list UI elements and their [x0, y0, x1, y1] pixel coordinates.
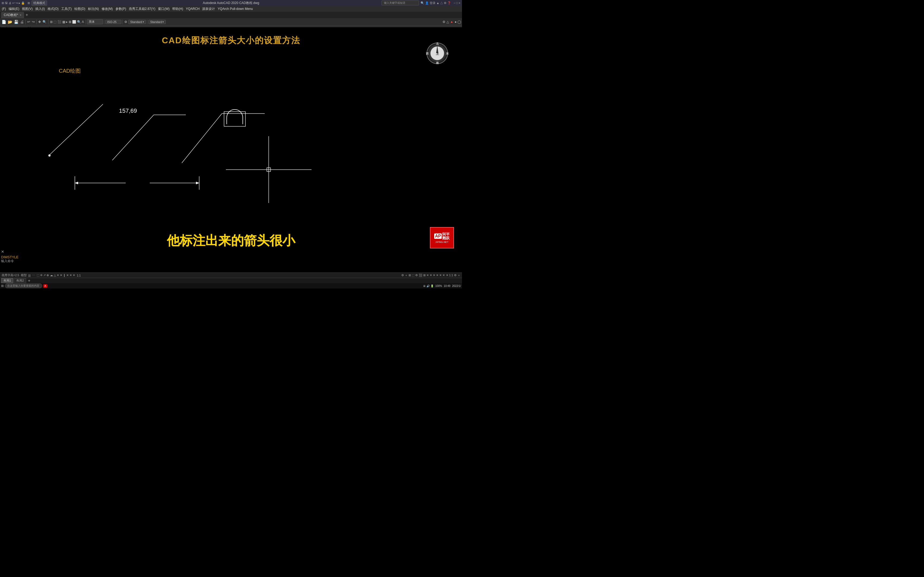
menu-item-modify[interactable]: 修改(M) — [100, 6, 114, 12]
menu-item-yqarch-pulldown[interactable]: YQArch Pull-down Menu — [216, 6, 254, 11]
menu-item-tools[interactable]: 工具(T) — [60, 6, 73, 12]
font-dropdown[interactable]: 黑体 — [87, 19, 103, 24]
svg-line-4 — [182, 114, 222, 163]
menu-item-draw[interactable]: 绘图(D) — [73, 6, 87, 12]
taskbar-sys-icons: 🖥 🔊 🔋 — [423, 285, 434, 287]
menu-item-insert[interactable]: 插入(I) — [34, 6, 46, 12]
menu-item-f[interactable]: (F) — [0, 6, 7, 11]
active-tab[interactable]: CAD教程* × — [1, 12, 24, 18]
title-icons-right: 🔍 👤 登录 ▲ △ ⚙ ❓ − □ × — [420, 1, 460, 5]
svg-marker-9 — [75, 182, 78, 184]
standard-dropdown[interactable]: Standard▾ — [149, 20, 166, 24]
menu-item-format[interactable]: 格式(O) — [46, 6, 60, 12]
layout-tab-2[interactable]: 布局2 — [14, 278, 26, 283]
taskbar-battery: 100% — [435, 285, 442, 287]
svg-marker-12 — [196, 182, 199, 184]
tab-bar: CAD教程* × + — [0, 12, 462, 18]
tab-label: CAD教程* — [4, 13, 18, 18]
tb-icon-misc2: ⚙ — [124, 20, 128, 24]
ap-logo: AP 阿平 鹅跃 APING.NET — [430, 227, 454, 248]
svg-line-0 — [50, 104, 103, 155]
cad-drawing-svg — [0, 27, 462, 277]
tab-add-button[interactable]: + — [24, 13, 30, 18]
status-icons: ⬚ ✡ ↗ ⊕ ☁ △ ✕ ✕ ❙ ✕ ✕ ✕ — [37, 274, 75, 277]
svg-text:上: 上 — [436, 52, 439, 56]
status-dots[interactable]: ⋯ — [32, 274, 35, 277]
tb-icon-zoom[interactable]: 🔍 — [42, 20, 47, 24]
tb-icons-misc: ⊞ ⬚ ⬛ ▦ ▸ ⊠ ⬜ 🔍 A — [50, 20, 84, 24]
layout-tab-1[interactable]: 布局1 — [1, 278, 13, 283]
dimension-value: 157,69 — [119, 107, 137, 114]
taskbar-start[interactable]: ⊞ — [1, 284, 4, 288]
status-bar: 燕秀字高=2.5 模型 ||| ⋯ ⬚ ✡ ↗ ⊕ ☁ △ ✕ ✕ ❙ ✕ ✕ … — [0, 272, 462, 278]
ap-logo-url: APING.NET — [436, 241, 449, 243]
menu-item-yanxiu[interactable]: 燕秀工具箱2.87(Y) — [128, 6, 157, 12]
layout-add-button[interactable]: + — [27, 278, 31, 283]
tb-icon-move[interactable]: ✥ — [38, 20, 42, 24]
title-center: Autodesk AutoCAD 2020 CAD教程.dwg — [203, 1, 259, 5]
dimstyle-label: DIMSTYLE — [1, 255, 18, 259]
status-scale[interactable]: 1:1 — [77, 274, 81, 277]
canvas-area[interactable]: CAD绘图标注箭头大小的设置方法 CAD绘图 — [0, 27, 462, 277]
tb-icon-open[interactable]: 📂 — [7, 20, 13, 24]
ap-logo-sub1: 阿平 — [442, 232, 450, 236]
menu-item-window[interactable]: 窗口(W) — [157, 6, 171, 12]
svg-text:西: 西 — [426, 52, 429, 55]
taskbar-time: 10:49 — [444, 285, 451, 287]
tb-icon-print[interactable]: 🖨 — [19, 20, 24, 24]
menu-item-yqarch[interactable]: YQARCH — [184, 6, 201, 11]
ap-logo-sub2: 鹅跃 — [442, 236, 450, 240]
svg-text:东: 东 — [446, 52, 449, 55]
tb-icon-redo[interactable]: ↪ — [31, 20, 35, 24]
title-bar: ⊞ 🖫 🖨 ↩ ↪ ▸ 🔒 ⊞ 经典模式 Autodesk AutoCAD 20… — [0, 0, 462, 6]
menu-bar: (F) 编辑(E) 视图(V) 插入(I) 格式(O) 工具(T) 绘图(D) … — [0, 6, 462, 12]
status-grid[interactable]: ||| — [28, 274, 31, 277]
taskbar-search-bar[interactable]: 在这里输入你要搜索的内容 — [5, 284, 42, 288]
menu-item-param[interactable]: 参数(P) — [114, 6, 128, 12]
svg-text:北: 北 — [436, 42, 439, 45]
menu-item-edit[interactable]: 编辑(E) — [7, 6, 21, 12]
taskbar: ⊞ 在这里输入你要搜索的内容 A 🖥 🔊 🔋 100% 10:49 2022/1… — [0, 283, 462, 288]
status-right-icons: ⚙ ＋ ⊞ ⬚ ⚙ ⬛ ⊞ ✕ ✕ ✕ ✕ ✕ ✕ ✕ 1:1 ⚙ ＋ — [401, 273, 460, 277]
status-yanxiu: 燕秀字高=2.5 — [2, 273, 19, 277]
tb-icon-new[interactable]: 📄 — [1, 20, 7, 24]
title-left-icons: ⊞ 🖫 🖨 ↩ ↪ ▸ 🔒 ⊞ — [2, 2, 32, 5]
tb-icon-save[interactable]: 💾 — [13, 20, 19, 24]
taskbar-right: 🖥 🔊 🔋 100% 10:49 2022/1/ — [423, 285, 461, 287]
dimstyle-dropdown[interactable]: ISO-25 — [105, 20, 121, 24]
close-button[interactable]: ✕ — [1, 250, 4, 254]
title-right-search[interactable]: 键入关键字或短语 — [381, 0, 419, 5]
tb-icon-undo[interactable]: ↩ — [27, 20, 31, 24]
svg-point-1 — [48, 155, 50, 156]
menu-item-yuanquan[interactable]: 源泉设计 — [201, 6, 216, 12]
toolbar1-right-icons: ⚙ △ 🔺 ● ◯ — [443, 20, 461, 24]
toolbar1: 📄 📂 💾 🖨 ↩ ↪ ✥ 🔍 ⊞ ⬚ ⬛ ▦ ▸ ⊠ ⬜ 🔍 A 黑体 ISO… — [0, 18, 462, 26]
taskbar-acad-icon[interactable]: A — [43, 284, 47, 288]
textstyle-dropdown[interactable]: Standard▾ — [128, 20, 146, 24]
menu-item-help[interactable]: 帮助(H) — [171, 6, 184, 12]
layout-tabs: 布局1 布局2 + — [0, 278, 462, 283]
menu-item-annotate[interactable]: 标注(N) — [87, 6, 100, 12]
menu-item-view[interactable]: 视图(V) — [21, 6, 34, 12]
svg-line-2 — [112, 115, 154, 160]
status-model[interactable]: 模型 — [21, 273, 27, 277]
svg-text:南: 南 — [436, 61, 439, 64]
command-input[interactable]: 输入命令 — [1, 259, 14, 263]
mode-dropdown[interactable]: 经典模式 — [32, 0, 47, 6]
svg-rect-6 — [224, 112, 246, 126]
tab-close[interactable]: × — [20, 14, 21, 16]
ap-logo-icon: AP — [434, 234, 442, 239]
compass: 北 南 西 东 上 — [426, 42, 449, 64]
taskbar-date: 2022/1/ — [452, 285, 461, 287]
